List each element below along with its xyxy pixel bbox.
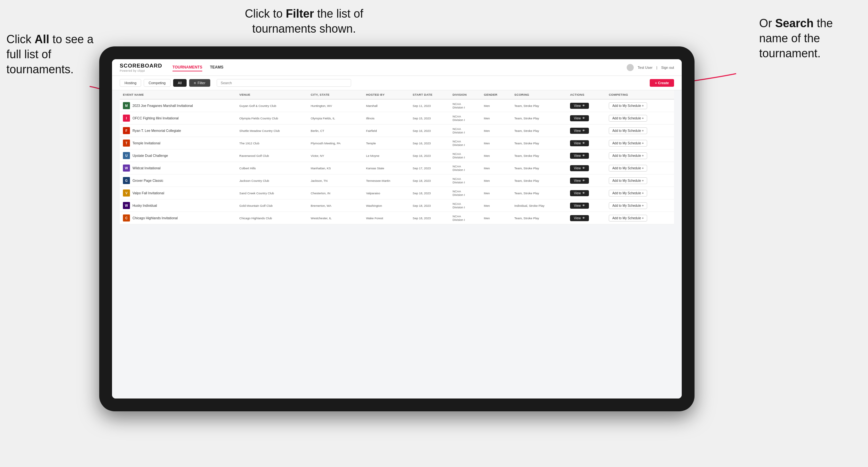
cell-division-2: NCAADivision I <box>450 125 481 137</box>
add-schedule-button-7[interactable]: Add to My Schedule + <box>609 190 647 196</box>
cell-actions-2: View 👁 <box>567 125 606 137</box>
eye-icon-6: 👁 <box>582 179 585 182</box>
eye-icon-1: 👁 <box>582 117 585 120</box>
table-row: U Upstate Dual Challenge Ravenwood Golf … <box>120 150 674 162</box>
cell-division-6: NCAADivision I <box>450 175 481 187</box>
eye-icon-8: 👁 <box>582 204 585 207</box>
eye-icon-7: 👁 <box>582 191 585 195</box>
event-name-7: Valpo Fall Invitational <box>132 191 164 195</box>
col-city: CITY, STATE <box>308 90 363 99</box>
team-icon-8: W <box>123 202 130 209</box>
left-annotation: Click All to see a full list of tourname… <box>6 32 96 77</box>
cell-competing-4: Add to My Schedule + <box>606 150 674 162</box>
event-name-4: Upstate Dual Challenge <box>132 154 168 157</box>
add-label-8: Add to My Schedule + <box>612 204 644 208</box>
logo-area: SCOREBOARD Powered by clippi <box>120 63 162 72</box>
cell-actions-0: View 👁 <box>567 99 606 112</box>
cell-division-0: NCAADivision I <box>450 99 481 112</box>
cell-actions-8: View 👁 <box>567 199 606 212</box>
cell-hosted-3: Temple <box>363 137 410 150</box>
table-row: M 2023 Joe Feaganes Marshall Invitationa… <box>120 99 674 112</box>
cell-venue-2: Shuttle Meadow Country Club <box>236 125 308 137</box>
cell-venue-4: Ravenwood Golf Club <box>236 150 308 162</box>
add-schedule-button-6[interactable]: Add to My Schedule + <box>609 177 647 184</box>
add-schedule-button-2[interactable]: Add to My Schedule + <box>609 127 647 134</box>
filter-button[interactable]: ≡ Filter <box>189 79 210 87</box>
eye-icon-4: 👁 <box>582 154 585 157</box>
cell-division-3: NCAADivision I <box>450 137 481 150</box>
create-button[interactable]: + Create <box>650 79 674 87</box>
view-button-4[interactable]: View 👁 <box>570 153 589 159</box>
separator: | <box>656 66 657 69</box>
cell-date-6: Sep 18, 2023 <box>409 175 450 187</box>
view-button-8[interactable]: View 👁 <box>570 203 589 209</box>
cell-venue-1: Olympia Fields Country Club <box>236 112 308 125</box>
event-name-0: 2023 Joe Feaganes Marshall Invitational <box>132 104 193 107</box>
view-button-6[interactable]: View 👁 <box>570 178 589 184</box>
cell-scoring-9: Team, Stroke Play <box>511 212 567 224</box>
col-division: DIVISION <box>450 90 481 99</box>
table-body: M 2023 Joe Feaganes Marshall Invitationa… <box>120 99 674 224</box>
search-box <box>217 79 351 87</box>
add-schedule-button-1[interactable]: Add to My Schedule + <box>609 115 647 122</box>
view-label-2: View <box>574 129 581 132</box>
view-label-6: View <box>574 179 581 182</box>
tab-competing[interactable]: Competing <box>144 79 170 87</box>
team-icon-3: T <box>123 139 130 147</box>
nav-tournaments[interactable]: TOURNAMENTS <box>173 64 202 71</box>
col-scoring: SCORING <box>511 90 567 99</box>
cell-event-3: T Temple Invitational <box>120 137 236 150</box>
cell-event-0: M 2023 Joe Feaganes Marshall Invitationa… <box>120 99 236 112</box>
cell-competing-3: Add to My Schedule + <box>606 137 674 150</box>
add-schedule-button-3[interactable]: Add to My Schedule + <box>609 140 647 147</box>
add-schedule-button-9[interactable]: Add to My Schedule + <box>609 215 647 221</box>
cell-hosted-5: Kansas State <box>363 162 410 175</box>
cell-actions-7: View 👁 <box>567 187 606 199</box>
cell-event-7: V Valpo Fall Invitational <box>120 187 236 199</box>
view-button-0[interactable]: View 👁 <box>570 103 589 109</box>
cell-scoring-7: Team, Stroke Play <box>511 187 567 199</box>
sign-out-link[interactable]: Sign out <box>661 66 674 69</box>
view-button-9[interactable]: View 👁 <box>570 215 589 221</box>
add-label-6: Add to My Schedule + <box>612 179 644 182</box>
cell-gender-7: Men <box>481 187 511 199</box>
cell-scoring-0: Team, Stroke Play <box>511 99 567 112</box>
eye-icon-0: 👁 <box>582 104 585 107</box>
cell-gender-8: Men <box>481 199 511 212</box>
cell-event-6: G Grover Page Classic <box>120 175 236 187</box>
add-schedule-button-4[interactable]: Add to My Schedule + <box>609 152 647 159</box>
add-label-4: Add to My Schedule + <box>612 154 644 157</box>
nav-teams[interactable]: TEAMS <box>210 64 223 71</box>
add-label-1: Add to My Schedule + <box>612 117 644 120</box>
right-annotation: Or Search the name of the tournament. <box>759 16 862 61</box>
col-actions: ACTIONS <box>567 90 606 99</box>
filter-icon: ≡ <box>194 81 196 85</box>
cell-actions-4: View 👁 <box>567 150 606 162</box>
view-button-1[interactable]: View 👁 <box>570 115 589 121</box>
add-label-2: Add to My Schedule + <box>612 129 644 132</box>
cell-city-8: Bremerton, WA <box>308 199 363 212</box>
cell-division-4: NCAADivision I <box>450 150 481 162</box>
tab-hosting[interactable]: Hosting <box>120 79 141 87</box>
add-schedule-button-0[interactable]: Add to My Schedule + <box>609 102 647 109</box>
cell-city-5: Manhattan, KS <box>308 162 363 175</box>
view-button-5[interactable]: View 👁 <box>570 165 589 171</box>
cell-event-2: F Ryan T. Lee Memorial Collegiate <box>120 125 236 137</box>
search-input[interactable] <box>217 79 351 87</box>
view-label-0: View <box>574 104 581 107</box>
cell-hosted-0: Marshall <box>363 99 410 112</box>
cell-competing-2: Add to My Schedule + <box>606 125 674 137</box>
cell-gender-5: Men <box>481 162 511 175</box>
view-button-7[interactable]: View 👁 <box>570 190 589 196</box>
view-button-3[interactable]: View 👁 <box>570 140 589 146</box>
cell-competing-6: Add to My Schedule + <box>606 175 674 187</box>
add-schedule-button-5[interactable]: Add to My Schedule + <box>609 165 647 172</box>
cell-hosted-7: Valparaiso <box>363 187 410 199</box>
eye-icon-9: 👁 <box>582 216 585 220</box>
event-name-6: Grover Page Classic <box>132 179 163 182</box>
add-schedule-button-8[interactable]: Add to My Schedule + <box>609 202 647 209</box>
tab-all[interactable]: All <box>173 79 187 87</box>
cell-city-3: Plymouth Meeting, PA <box>308 137 363 150</box>
view-button-2[interactable]: View 👁 <box>570 128 589 134</box>
cell-scoring-3: Team, Stroke Play <box>511 137 567 150</box>
